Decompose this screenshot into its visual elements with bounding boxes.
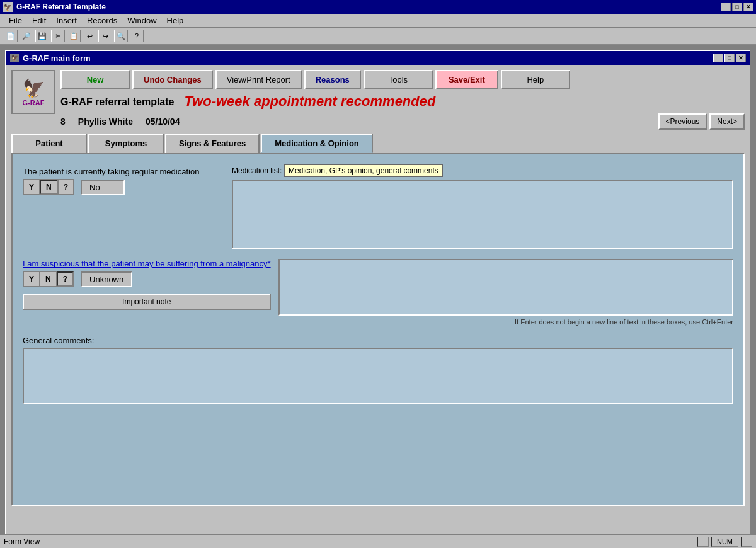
patient-name: Phyllis White	[78, 117, 133, 127]
tab-patient[interactable]: Patient	[11, 134, 87, 153]
num-indicator: NUM	[711, 537, 738, 547]
malignancy-right: If Enter does not begin a new line of te…	[278, 259, 733, 326]
toolbar-btn-4[interactable]: ✂	[51, 30, 65, 42]
hint-text: If Enter does not begin a new line of te…	[278, 318, 733, 326]
medication-textarea[interactable]	[232, 180, 733, 249]
recommendation-text: Two-week appointment recommended	[185, 93, 436, 110]
menu-edit[interactable]: Edit	[27, 14, 51, 26]
window-titlebar: 🦅 G-RAF main form _ □ ✕	[6, 51, 750, 65]
os-titlebar-icon: 🦅	[3, 2, 13, 12]
general-comments-section: General comments:	[23, 336, 733, 406]
logo-text: G-RAF	[23, 99, 45, 106]
statusbar-text: Form View	[4, 537, 697, 546]
toolbar-btn-6[interactable]: ↩	[83, 30, 96, 42]
statusbar-right: NUM	[697, 537, 752, 547]
toolbar-btn-3[interactable]: 💾	[35, 30, 49, 42]
title-recommendation-row: G-RAF referral template Two-week appoint…	[60, 93, 745, 111]
patient-date: 05/10/04	[146, 117, 180, 127]
medication-section: The patient is currently taking regular …	[23, 164, 733, 249]
general-comments-textarea[interactable]	[23, 348, 733, 404]
os-titlebar-buttons: _ □ ✕	[721, 3, 753, 11]
malignancy-answer: Unknown	[81, 271, 132, 287]
menubar: File Edit Insert Records Window Help	[0, 14, 756, 28]
os-toolbar: 📄 🔎 💾 ✂ 📋 ↩ ↪ 🔍 ?	[0, 28, 756, 45]
statusbar-indicator	[697, 537, 709, 547]
header-right: New Undo Changes View/Print Report Reaso…	[60, 70, 745, 130]
tab-signs-features[interactable]: Signs & Features	[165, 134, 260, 153]
menu-window[interactable]: Window	[122, 14, 161, 26]
window-minimize-button[interactable]: _	[713, 54, 723, 62]
medication-label: The patient is currently taking regular …	[23, 164, 224, 176]
logo-bird-icon: 🦅	[23, 78, 45, 99]
os-maximize-button[interactable]: □	[732, 3, 742, 11]
new-button[interactable]: New	[60, 70, 130, 89]
window-title: G-RAF main form	[23, 54, 91, 63]
toolbar-btn-7[interactable]: ↪	[98, 30, 112, 42]
malignancy-q-button[interactable]: ?	[57, 271, 74, 287]
window-titlebar-buttons: _ □ ✕	[713, 54, 746, 62]
menu-help[interactable]: Help	[162, 14, 189, 26]
toolbar-btn-1[interactable]: 📄	[4, 30, 18, 42]
medication-right: Medication list: Medication, GP's opinio…	[232, 164, 733, 249]
toolbar-btn-8[interactable]: 🔍	[114, 30, 128, 42]
patient-info-row: 8 Phyllis White 05/10/04 <Previous Next>	[60, 113, 745, 130]
malignancy-controls: Y N ? Unknown	[23, 271, 271, 287]
window-maximize-button[interactable]: □	[724, 54, 735, 62]
window-icon: 🦅	[10, 54, 19, 62]
form-area: The patient is currently taking regular …	[11, 153, 745, 506]
statusbar-indicator-3	[741, 537, 752, 547]
tab-symptoms[interactable]: Symptoms	[88, 134, 164, 153]
save-exit-button[interactable]: Save/Exit	[435, 70, 498, 89]
nav-buttons: <Previous Next>	[658, 113, 745, 130]
medication-n-button[interactable]: N	[40, 180, 58, 195]
reasons-button[interactable]: Reasons	[304, 70, 361, 89]
medication-tooltip: Medication, GP's opinion, general commen…	[284, 164, 443, 177]
os-close-button[interactable]: ✕	[743, 3, 753, 11]
tab-medication-opinion[interactable]: Medication & Opinion	[261, 134, 373, 153]
undo-changes-button[interactable]: Undo Changes	[132, 70, 213, 89]
menu-records[interactable]: Records	[82, 14, 122, 26]
menu-insert[interactable]: Insert	[51, 14, 82, 26]
menu-file[interactable]: File	[4, 14, 27, 26]
statusbar: Form View NUM	[0, 534, 756, 548]
help-button[interactable]: Help	[501, 70, 570, 89]
next-button[interactable]: Next>	[709, 113, 745, 130]
medication-controls: Y N ? No	[23, 179, 224, 195]
window-content: 🦅 G-RAF New Undo Changes View/Print Repo…	[6, 65, 750, 511]
malignancy-section: I am suspicious that the patient may be …	[23, 259, 733, 326]
window-close-button[interactable]: ✕	[736, 54, 746, 62]
malignancy-left: I am suspicious that the patient may be …	[23, 259, 271, 310]
patient-id: 8	[60, 117, 66, 127]
general-comments-label: General comments:	[23, 336, 733, 345]
form-title: G-RAF referral template	[60, 96, 175, 108]
toolbar-btn-9[interactable]: ?	[130, 30, 144, 42]
medication-list-label: Medication list:	[232, 166, 282, 175]
medication-ynb-group: Y N ?	[23, 179, 74, 195]
toolbar-btn-2[interactable]: 🔎	[20, 30, 33, 42]
malignancy-ynb-group: Y N ?	[23, 271, 74, 287]
malignancy-y-button[interactable]: Y	[23, 271, 40, 287]
medication-answer: No	[81, 180, 125, 195]
os-titlebar-title: G-RAF Referral Template	[16, 3, 721, 11]
malignancy-n-button[interactable]: N	[40, 271, 57, 287]
patient-info: 8 Phyllis White 05/10/04	[60, 117, 180, 127]
important-note-button[interactable]: Important note	[23, 294, 271, 310]
medication-y-button[interactable]: Y	[23, 180, 40, 195]
previous-button[interactable]: <Previous	[658, 113, 707, 130]
main-window: 🦅 G-RAF main form _ □ ✕ 🦅 G-RAF New Undo…	[5, 50, 751, 541]
malignancy-textarea[interactable]	[278, 259, 733, 316]
tools-button[interactable]: Tools	[364, 70, 433, 89]
medication-q-button[interactable]: ?	[58, 180, 74, 195]
toolbar-btn-5[interactable]: 📋	[67, 30, 81, 42]
os-titlebar: 🦅 G-RAF Referral Template _ □ ✕	[0, 0, 756, 14]
os-minimize-button[interactable]: _	[721, 3, 731, 11]
tabs-row: Patient Symptoms Signs & Features Medica…	[11, 134, 745, 153]
medication-left: The patient is currently taking regular …	[23, 164, 224, 195]
malignancy-label[interactable]: I am suspicious that the patient may be …	[23, 259, 271, 268]
header-buttons: New Undo Changes View/Print Report Reaso…	[60, 70, 745, 89]
view-print-button[interactable]: View/Print Report	[215, 70, 302, 89]
logo-box: 🦅 G-RAF	[11, 70, 55, 114]
